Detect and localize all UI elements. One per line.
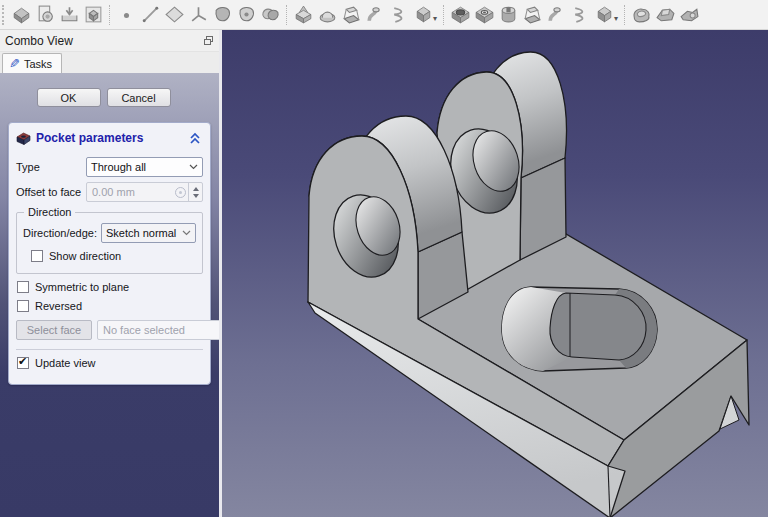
chamfer-icon[interactable] [653,3,677,27]
dialog-header: Pocket parameters [16,129,203,152]
chevron-down-icon [189,164,198,170]
main-toolbar: ▾▾ [0,0,768,30]
tasks-panel: OK Cancel Pocket parameters Type Through… [0,73,219,517]
subtractive-loft-icon[interactable] [520,3,544,27]
local-coordinate-system-icon[interactable] [186,3,210,27]
clone-icon[interactable] [258,3,282,27]
offset-spinbox[interactable]: 0.00 mm [86,182,203,202]
dialog-separator [16,349,203,350]
datum-plane-icon[interactable] [162,3,186,27]
offset-label: Offset to face [16,186,86,198]
additive-primitive-icon[interactable] [411,3,435,27]
offset-row: Offset to face 0.00 mm [16,182,203,202]
update-view-checkbox[interactable] [17,357,29,369]
map-sketch-icon[interactable] [57,3,81,27]
combo-view-title: Combo View [5,34,73,48]
dialog-title: Pocket parameters [36,131,182,145]
viewport-3d[interactable] [222,30,768,517]
panel-tabbar: ✎ Tasks [0,52,219,73]
float-panel-icon[interactable] [203,35,214,46]
additive-loft-icon[interactable] [339,3,363,27]
hole-icon[interactable] [472,3,496,27]
symmetric-checkbox[interactable] [17,281,29,293]
direction-group: Direction Direction/edge: Sketch normal … [16,212,203,274]
datum-line-icon[interactable] [138,3,162,27]
show-direction-row: Show direction [31,250,195,262]
sub-shape-binder-icon[interactable] [234,3,258,27]
symmetric-row: Symmetric to plane [17,281,202,293]
type-label: Type [16,161,86,173]
spin-down-icon[interactable] [193,194,199,198]
model-slot-floor [550,293,646,360]
spin-up-icon[interactable] [193,187,199,191]
additive-helix-icon[interactable] [387,3,411,27]
direction-edge-label: Direction/edge: [23,227,101,239]
type-select[interactable]: Through all [86,157,203,177]
select-face-button[interactable]: Select face [16,320,92,340]
validate-sketch-icon[interactable] [81,3,105,27]
update-view-label: Update view [35,357,96,369]
select-face-row: Select face [16,320,203,340]
additive-pipe-icon[interactable] [363,3,387,27]
show-direction-label: Show direction [49,250,121,262]
toolbar-separator [443,5,444,25]
pencil-icon: ✎ [9,57,20,70]
reversed-checkbox[interactable] [17,300,29,312]
subtractive-helix-icon[interactable] [568,3,592,27]
reversed-label: Reversed [35,300,82,312]
toolbar-separator [286,5,287,25]
subtractive-primitive-icon[interactable] [592,3,616,27]
toolbar-separator [109,5,110,25]
show-direction-checkbox[interactable] [31,250,43,262]
fillet-icon[interactable] [629,3,653,27]
tab-tasks[interactable]: ✎ Tasks [2,53,62,73]
direction-edge-row: Direction/edge: Sketch normal [23,223,196,243]
direction-edge-select[interactable]: Sketch normal [101,223,196,243]
chevron-down-icon [182,230,191,236]
revolution-icon[interactable] [315,3,339,27]
draft-icon[interactable] [677,3,701,27]
model-3d [222,30,768,517]
ok-button[interactable]: OK [37,88,101,107]
pad-icon[interactable] [291,3,315,27]
update-view-row: Update view [17,357,202,369]
pocket-icon[interactable] [448,3,472,27]
pocket-parameters-dialog: Pocket parameters Type Through all Offse… [8,122,211,385]
toolbar-separator [624,5,625,25]
spinner-buttons[interactable] [188,183,202,201]
shape-binder-icon[interactable] [210,3,234,27]
groove-icon[interactable] [496,3,520,27]
symmetric-label: Symmetric to plane [35,281,129,293]
datum-point-icon[interactable] [114,3,138,27]
direction-group-label: Direction [24,206,75,218]
create-body-icon[interactable] [9,3,33,27]
face-selection-input[interactable] [97,320,219,340]
expression-icon[interactable] [175,187,186,198]
cancel-button[interactable]: Cancel [107,88,171,107]
type-row: Type Through all [16,157,203,177]
offset-value: 0.00 mm [92,186,175,198]
collapse-dialog-button[interactable] [187,130,203,146]
pocket-icon-small [16,131,31,146]
tab-tasks-label: Tasks [24,58,52,70]
create-sketch-icon[interactable] [33,3,57,27]
toolbar-handle[interactable] [2,5,6,25]
reversed-row: Reversed [17,300,202,312]
task-buttons: OK Cancel [0,88,219,107]
subtractive-pipe-icon[interactable] [544,3,568,27]
combo-view-panel: Combo View ✎ Tasks OK Cancel Pocket para… [0,30,219,517]
combo-view-titlebar: Combo View [0,30,219,52]
